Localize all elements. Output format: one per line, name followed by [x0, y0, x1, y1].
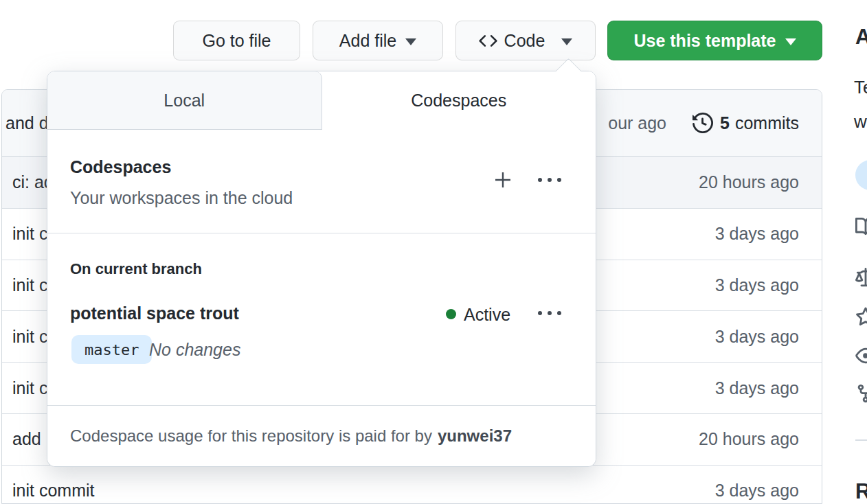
plus-icon — [492, 169, 514, 193]
code-dropdown-tabs: Local Codespaces — [47, 71, 596, 130]
code-button[interactable]: Code — [455, 21, 596, 60]
use-this-template-label: Use this template — [633, 31, 776, 51]
sidebar-divider — [855, 439, 867, 441]
on-current-branch-heading: On current branch — [70, 260, 202, 278]
commit-time: 20 hours ago — [699, 429, 799, 449]
kebab-icon — [538, 178, 561, 182]
chevron-down-icon — [561, 38, 572, 45]
codespaces-options-button[interactable] — [538, 178, 561, 182]
add-file-button[interactable]: Add file — [313, 21, 443, 60]
commit-time: 20 hours ago — [699, 172, 799, 192]
use-this-template-button[interactable]: Use this template — [607, 21, 822, 60]
codespace-name[interactable]: potential space trout — [70, 303, 239, 323]
latest-commit-time: our ago — [608, 113, 666, 133]
tab-local-label: Local — [164, 91, 205, 111]
star-icon — [855, 307, 867, 328]
chevron-down-icon — [785, 38, 796, 45]
codespace-options-button[interactable] — [538, 311, 561, 315]
book-icon — [855, 216, 867, 237]
law-icon — [855, 268, 867, 288]
tab-codespaces[interactable]: Codespaces — [322, 71, 596, 130]
topic-tag[interactable] — [855, 160, 867, 190]
commit-message[interactable]: init c — [12, 378, 47, 398]
chevron-down-icon — [405, 38, 416, 45]
code-dropdown-panel: Local Codespaces Codespaces Your workspa… — [47, 71, 596, 467]
active-dot — [446, 309, 456, 319]
new-codespace-button[interactable] — [492, 170, 514, 192]
history-icon — [693, 113, 713, 133]
codespaces-tab-body: Codespaces Your workspaces in the cloud … — [47, 130, 596, 466]
code-label: Code — [504, 31, 545, 51]
commit-message[interactable]: init commit — [12, 481, 94, 501]
commit-message[interactable]: init c — [12, 275, 47, 295]
commit-time: 3 days ago — [715, 481, 799, 501]
commit-message[interactable]: add — [12, 429, 41, 449]
usage-text: Codespace usage for this repository is p… — [70, 426, 432, 446]
codespaces-subtitle: Your workspaces in the cloud — [70, 188, 293, 208]
commit-bar-right: our ago 5 commits — [608, 113, 799, 133]
codespace-usage-footer: Codespace usage for this repository is p… — [47, 405, 596, 466]
releases-heading: R — [855, 479, 867, 504]
commits-label[interactable]: commits — [735, 113, 799, 133]
repo-description-line2: w — [854, 111, 867, 133]
commit-time: 3 days ago — [715, 275, 799, 295]
commit-count[interactable]: 5 — [720, 113, 730, 133]
commit-time: 3 days ago — [715, 378, 799, 398]
commit-time: 3 days ago — [715, 327, 799, 347]
table-row[interactable]: init commit3 days ago — [2, 465, 822, 504]
codespace-status: Active — [464, 305, 510, 325]
code-icon — [479, 32, 497, 50]
tab-codespaces-label: Codespaces — [411, 91, 506, 111]
changes-status: No changes — [149, 340, 240, 360]
go-to-file-button[interactable]: Go to file — [173, 21, 300, 60]
repo-description-line1: Te — [854, 77, 867, 98]
commit-message[interactable]: init c — [12, 327, 47, 347]
go-to-file-label: Go to file — [202, 31, 271, 51]
usage-owner: yunwei37 — [438, 426, 512, 446]
kebab-icon — [538, 311, 561, 315]
branch-badge: master — [71, 335, 152, 364]
dropdown-divider — [47, 233, 596, 233]
codespaces-title: Codespaces — [70, 157, 171, 177]
latest-commit-message[interactable]: and d — [5, 113, 49, 133]
eye-icon — [855, 345, 867, 366]
fork-icon — [855, 383, 867, 404]
tab-local[interactable]: Local — [47, 71, 322, 130]
commit-time: 3 days ago — [715, 224, 799, 244]
about-heading: A — [855, 25, 867, 49]
commit-message[interactable]: init c — [12, 224, 47, 244]
add-file-label: Add file — [339, 31, 396, 51]
